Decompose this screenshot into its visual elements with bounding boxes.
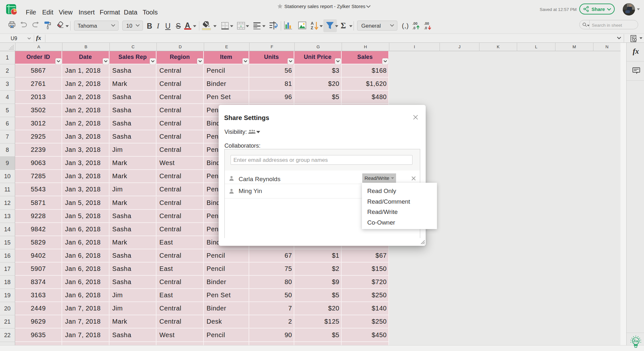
svg-text:.00: .00	[424, 22, 429, 25]
svg-text:a: a	[240, 24, 242, 28]
svg-text:Z: Z	[311, 26, 313, 30]
svg-text:.00: .00	[412, 22, 417, 25]
svg-text:.0: .0	[412, 26, 415, 30]
svg-text:.0: .0	[424, 26, 427, 30]
svg-text:A: A	[311, 21, 314, 26]
